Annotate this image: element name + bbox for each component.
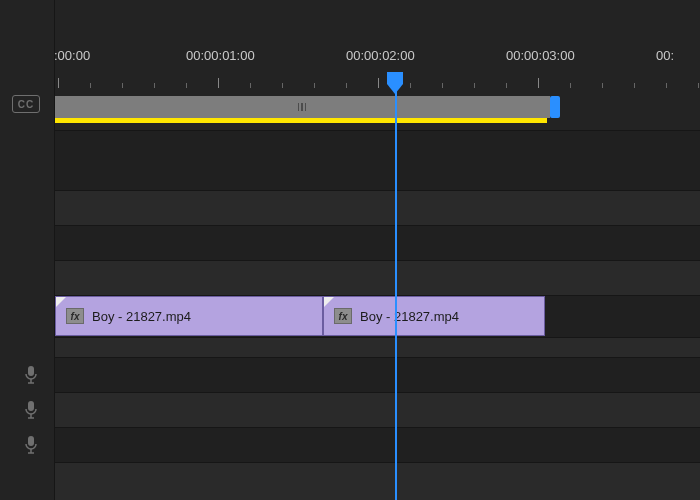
video-clip[interactable]: fxBoy - 21827.mp4: [55, 296, 323, 336]
zoom-handle-right[interactable]: [550, 96, 560, 118]
ruler-label: :00:00: [54, 48, 90, 63]
svg-rect-0: [28, 366, 34, 376]
ruler-ticks: [55, 72, 700, 88]
fx-badge-icon[interactable]: fx: [334, 308, 352, 324]
svg-rect-6: [28, 436, 34, 446]
zoom-grip-icon: [298, 103, 308, 111]
track-row[interactable]: [55, 427, 700, 462]
video-clip[interactable]: fxBoy - 21827.mp4: [323, 296, 545, 336]
ruler-label: 00:: [656, 48, 674, 63]
clip-label: Boy - 21827.mp4: [92, 309, 191, 324]
clip-in-point-icon: [56, 297, 66, 307]
captions-toggle[interactable]: CC: [12, 95, 40, 113]
zoom-scrollbar[interactable]: [55, 96, 550, 118]
track-row[interactable]: [55, 392, 700, 427]
track-row[interactable]: [55, 337, 700, 357]
playhead[interactable]: [395, 88, 397, 500]
track-row[interactable]: [55, 357, 700, 392]
track-row[interactable]: [55, 260, 700, 295]
ruler-label: 00:00:03:00: [506, 48, 575, 63]
time-ruler[interactable]: :00:0000:00:01:0000:00:02:0000:00:03:000…: [55, 48, 700, 88]
voiceover-mic-icon[interactable]: [24, 365, 38, 385]
track-row[interactable]: [55, 462, 700, 500]
track-row[interactable]: [55, 190, 700, 225]
timeline-panel: CC :00:0000:00:01:0000:00:02:0000:00:03:…: [0, 0, 700, 500]
fx-badge-icon[interactable]: fx: [66, 308, 84, 324]
track-row[interactable]: [55, 130, 700, 190]
ruler-label: 00:00:01:00: [186, 48, 255, 63]
ruler-label: 00:00:02:00: [346, 48, 415, 63]
track-header-sidebar: CC: [0, 0, 55, 500]
tracks-area[interactable]: :00:0000:00:01:0000:00:02:0000:00:03:000…: [55, 0, 700, 500]
svg-rect-3: [28, 401, 34, 411]
voiceover-mic-icon[interactable]: [24, 435, 38, 455]
work-area-bar[interactable]: [55, 118, 547, 123]
playhead-handle[interactable]: [387, 72, 403, 94]
track-row[interactable]: [55, 225, 700, 260]
clip-label: Boy - 21827.mp4: [360, 309, 459, 324]
voiceover-mic-icon[interactable]: [24, 400, 38, 420]
clip-in-point-icon: [324, 297, 334, 307]
